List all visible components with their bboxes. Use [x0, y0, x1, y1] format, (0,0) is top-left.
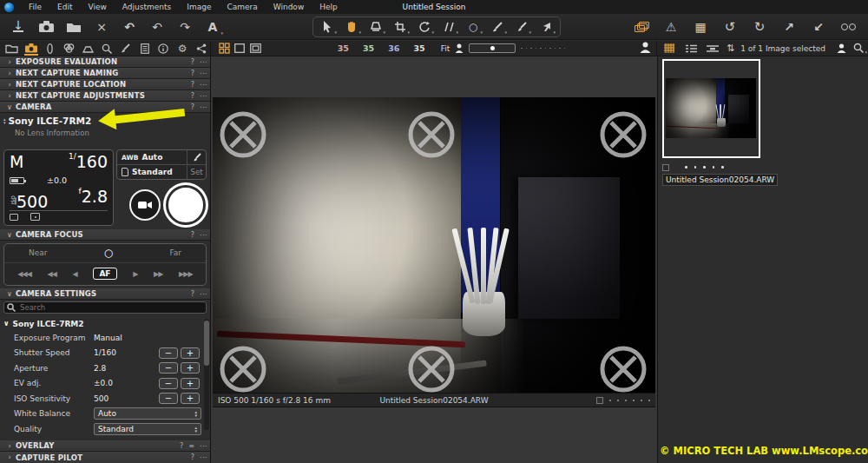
settings-search-input[interactable]: [3, 301, 207, 314]
focus-near-small-button[interactable]: ◀: [73, 270, 77, 278]
set-button[interactable]: Set: [187, 165, 206, 179]
focus-near-large-button[interactable]: ◀◀◀: [17, 270, 30, 278]
undo-button[interactable]: ↶: [146, 17, 168, 36]
rotate-left-button[interactable]: ↺: [719, 17, 741, 36]
menu-camera[interactable]: Camera: [219, 0, 265, 14]
pick-color-tool[interactable]: ▾: [511, 18, 532, 36]
reset-adjustments-button[interactable]: ↶: [118, 17, 141, 36]
tab-exposure[interactable]: [79, 41, 96, 56]
menu-adjustments[interactable]: Adjustments: [115, 0, 179, 14]
help-icon[interactable]: ?: [180, 442, 183, 450]
style-row[interactable]: Standard Set: [117, 165, 206, 179]
decrement-button[interactable]: −: [159, 347, 178, 359]
more-icon[interactable]: ⋯: [200, 92, 207, 100]
spot-tool[interactable]: ○▾: [463, 18, 483, 36]
tab-capture[interactable]: [23, 41, 40, 56]
decrement-button[interactable]: −: [159, 362, 178, 374]
tab-library[interactable]: [3, 41, 21, 56]
color-tag-checkbox[interactable]: [596, 397, 603, 404]
menu-window[interactable]: Window: [266, 0, 312, 14]
tab-details[interactable]: [98, 41, 115, 56]
menu-icon[interactable]: ≡: [188, 442, 194, 450]
rating-dots[interactable]: [609, 400, 650, 401]
zoom-slider-handle[interactable]: [490, 46, 495, 50]
focus-near-medium-button[interactable]: ◀◀: [48, 270, 56, 278]
section-capture-pilot[interactable]: › CAPTURE PILOT ?⋯: [0, 452, 210, 463]
sort-button[interactable]: ⇅: [727, 43, 734, 54]
import-arrow-button[interactable]: ↙: [807, 17, 830, 36]
select-tool[interactable]: ▾: [317, 18, 338, 36]
more-icon[interactable]: ⋯: [200, 442, 207, 450]
tab-lens[interactable]: [42, 41, 59, 56]
browser-filmstrip-button[interactable]: [705, 43, 720, 55]
pan-tool[interactable]: ▾: [341, 18, 362, 36]
more-icon[interactable]: ⋯: [200, 290, 207, 298]
more-icon[interactable]: ⋯: [200, 81, 207, 89]
tab-info[interactable]: [155, 41, 173, 56]
exposure-warning-button[interactable]: ⚠: [660, 17, 682, 36]
section-next-capture-location[interactable]: › NEXT CAPTURE LOCATION ?⋯: [0, 79, 210, 90]
grid-button[interactable]: ▦: [689, 17, 712, 36]
person-icon[interactable]: [837, 43, 846, 53]
thumbnail-rating-dots[interactable]: [685, 166, 724, 169]
zoom-fit-dropdown[interactable]: Fit: [441, 44, 450, 53]
open-session-button[interactable]: [62, 17, 85, 36]
section-overlay[interactable]: › OVERLAY ?≡⋯: [0, 440, 210, 452]
more-icon[interactable]: ⋯: [200, 58, 207, 66]
rotate-tool[interactable]: ▾: [414, 18, 435, 36]
proof-view-button[interactable]: [837, 17, 859, 36]
multi-view-button[interactable]: [216, 43, 232, 55]
delete-button[interactable]: ×: [90, 17, 113, 36]
help-icon[interactable]: ?: [191, 81, 194, 89]
rotate-right-button[interactable]: ↻: [748, 17, 771, 36]
menu-image[interactable]: Image: [179, 0, 219, 14]
menu-file[interactable]: File: [21, 0, 49, 14]
autofocus-button[interactable]: AF: [93, 268, 116, 280]
more-icon[interactable]: ⋯: [200, 103, 207, 111]
straighten-tool[interactable]: ▾: [438, 18, 459, 36]
tab-metadata[interactable]: [136, 41, 154, 56]
tab-color[interactable]: [60, 41, 77, 56]
mask-arrow-tool[interactable]: ▾: [536, 18, 556, 36]
increment-button[interactable]: +: [181, 378, 200, 389]
capture-shutter-button[interactable]: [166, 185, 206, 225]
section-next-capture-adjustments[interactable]: › NEXT CAPTURE ADJUSTMENTS ?⋯: [0, 90, 210, 102]
section-next-capture-naming[interactable]: › NEXT CAPTURE NAMING ?⋯: [0, 68, 210, 79]
tab-output[interactable]: [193, 41, 210, 56]
help-icon[interactable]: ?: [191, 231, 194, 239]
copy-adjustments-button[interactable]: [630, 17, 653, 36]
settings-scrollbar[interactable]: [204, 319, 209, 430]
help-icon[interactable]: ?: [191, 92, 194, 100]
focus-far-large-button[interactable]: ▶▶▶: [179, 270, 192, 278]
section-exposure-evaluation[interactable]: › EXPOSURE EVALUATION ?⋯: [0, 56, 210, 68]
decrement-button[interactable]: −: [159, 393, 178, 404]
thumbnail-checkbox[interactable]: [662, 164, 669, 171]
draw-mask-tool[interactable]: ▾: [487, 18, 508, 36]
increment-button[interactable]: +: [181, 393, 200, 404]
help-icon[interactable]: ?: [191, 453, 194, 461]
styles-button[interactable]: A▾: [201, 17, 224, 36]
crop-tool[interactable]: ▾: [390, 18, 411, 36]
menu-help[interactable]: Help: [312, 0, 345, 14]
focus-far-medium-button[interactable]: ▶▶: [154, 270, 162, 278]
export-button[interactable]: ↗: [778, 17, 800, 36]
live-view-button[interactable]: [129, 189, 161, 221]
import-button[interactable]: ↓: [7, 17, 30, 36]
section-camera-focus[interactable]: ∨ CAMERA FOCUS ?⋯: [0, 229, 210, 241]
person-large-icon[interactable]: [640, 42, 651, 53]
proof-margin-button[interactable]: [247, 43, 263, 55]
wb-picker-button[interactable]: [187, 150, 206, 164]
capture-button-toolbar[interactable]: [35, 17, 57, 36]
tab-adjustments-brush[interactable]: [117, 41, 135, 56]
section-camera-settings[interactable]: ∨ CAMERA SETTINGS ?⋯: [0, 288, 210, 300]
settings-group-header[interactable]: ∨ Sony ILCE-7RM2: [3, 317, 207, 330]
loupe-tool[interactable]: ▾: [365, 18, 386, 36]
menu-edit[interactable]: Edit: [49, 0, 80, 14]
thumbnail-selected[interactable]: [662, 59, 760, 158]
help-icon[interactable]: ?: [191, 290, 194, 298]
tab-settings[interactable]: ⚙: [174, 41, 191, 56]
more-icon[interactable]: ⋯: [200, 69, 207, 77]
menu-view[interactable]: View: [81, 0, 115, 14]
more-icon[interactable]: ⋯: [200, 231, 207, 239]
increment-button[interactable]: +: [181, 347, 200, 359]
